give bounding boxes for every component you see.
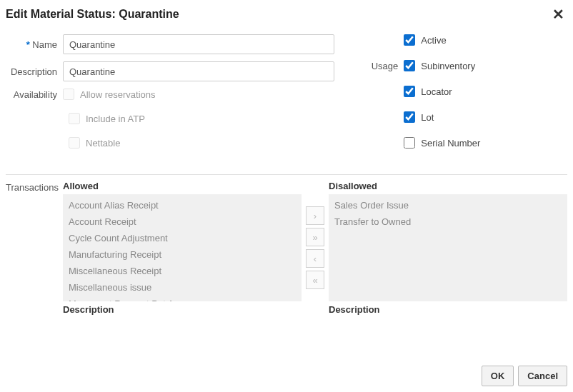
description-field[interactable]: [63, 61, 334, 81]
move-right-button[interactable]: ›: [306, 206, 324, 225]
include-atp-checkbox[interactable]: [69, 113, 80, 124]
name-label: Name: [6, 39, 63, 50]
allowed-list[interactable]: Account Alias ReceiptAccount ReceiptCycl…: [63, 194, 302, 301]
serial-label: Serial Number: [421, 138, 480, 149]
usage-label: Usage: [368, 61, 404, 71]
subinventory-checkbox[interactable]: [404, 60, 415, 71]
dialog-title: Edit Material Status: Quarantine: [6, 8, 179, 21]
name-field[interactable]: [63, 34, 334, 54]
move-all-left-button[interactable]: «: [306, 271, 324, 289]
subinventory-label: Subinventory: [421, 61, 475, 71]
close-icon[interactable]: ✕: [549, 6, 567, 23]
locator-label: Locator: [421, 86, 452, 97]
availability-label: Availability: [6, 89, 63, 100]
active-label: Active: [421, 35, 446, 46]
list-item[interactable]: Manufacturing Receipt: [67, 246, 297, 263]
move-left-button[interactable]: ‹: [306, 249, 324, 268]
locator-checkbox[interactable]: [404, 86, 415, 97]
disallowed-list[interactable]: Sales Order IssueTransfer to Owned: [329, 194, 567, 301]
list-item[interactable]: Movement Request Put Away: [67, 296, 297, 301]
disallowed-description-label: Description: [329, 304, 567, 315]
allow-reservations-checkbox[interactable]: [63, 89, 74, 100]
allowed-header: Allowed: [63, 181, 302, 191]
nettable-checkbox[interactable]: [69, 137, 80, 149]
list-item[interactable]: Transfer to Owned: [333, 213, 563, 230]
allowed-description-label: Description: [63, 304, 302, 315]
list-item[interactable]: Account Receipt: [67, 213, 297, 230]
list-item[interactable]: Miscellaneous Receipt: [67, 263, 297, 279]
list-item[interactable]: Miscellaneous issue: [67, 279, 297, 296]
serial-checkbox[interactable]: [404, 137, 415, 149]
transactions-label: Transactions: [6, 181, 63, 315]
include-atp-label: Include in ATP: [86, 114, 145, 124]
list-item[interactable]: Account Alias Receipt: [67, 197, 297, 213]
nettable-label: Nettable: [86, 138, 120, 149]
allow-reservations-label: Allow reservations: [80, 89, 156, 100]
lot-checkbox[interactable]: [404, 111, 415, 123]
list-item[interactable]: Cycle Count Adjustment: [67, 230, 297, 246]
disallowed-header: Disallowed: [329, 181, 567, 191]
move-all-right-button[interactable]: »: [306, 228, 324, 246]
ok-button[interactable]: OK: [482, 366, 514, 386]
description-label: Description: [6, 66, 63, 77]
cancel-button[interactable]: Cancel: [518, 366, 567, 386]
lot-label: Lot: [421, 112, 434, 123]
active-checkbox[interactable]: [404, 34, 415, 46]
list-item[interactable]: Sales Order Issue: [333, 197, 563, 213]
